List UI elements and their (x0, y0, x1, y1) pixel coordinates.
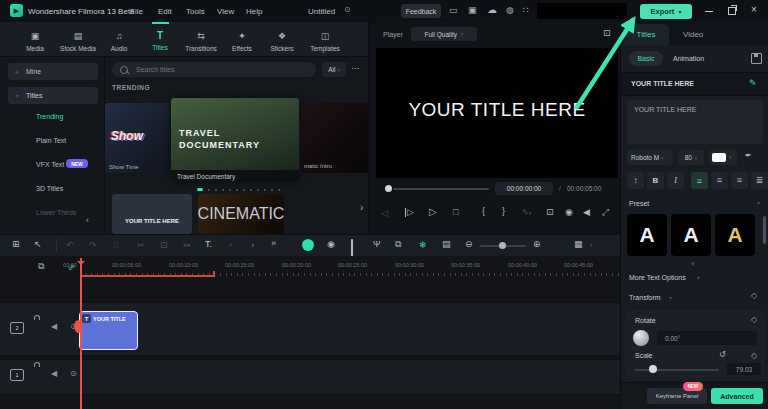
title-thumb-your-title-here[interactable]: YOUR TITLE HERE (112, 194, 192, 234)
scale-keyframe-icon[interactable]: ◇ (751, 351, 757, 360)
pip-icon[interactable]: ⊡ (603, 29, 611, 38)
carousel-dot[interactable] (215, 189, 217, 191)
scale-slider-track[interactable] (635, 369, 719, 371)
preset-scrollbar[interactable] (763, 216, 766, 244)
menu-edit[interactable]: Edit (158, 7, 172, 16)
rename-title-icon[interactable]: ✎ (749, 78, 757, 88)
transform-keyframe-icon[interactable]: ◇ (751, 292, 757, 300)
advanced-button[interactable]: Advanced (711, 388, 763, 404)
add-resource-icon[interactable]: ⊞ (12, 240, 20, 249)
sidebar-item-vfx-text[interactable]: VFX Text (36, 161, 64, 168)
undo-icon[interactable]: ↶ (66, 240, 74, 250)
preset-expand-icon[interactable]: ▾ (691, 260, 695, 268)
subtab-basic[interactable]: Basic (629, 51, 663, 66)
carousel-dot[interactable] (222, 189, 224, 191)
scale-reset-icon[interactable]: ↺ (719, 351, 726, 359)
split-scissors-icon[interactable]: ✂ (137, 240, 145, 250)
subtab-animation[interactable]: Animation (673, 55, 704, 62)
title-clip[interactable]: T YOUR TITLE (79, 311, 138, 350)
account-icon[interactable]: ◍ (506, 6, 514, 15)
quick-edit-button[interactable]: ✎▾ (522, 208, 531, 217)
track-2-mute-icon[interactable]: ◀ (51, 322, 57, 331)
quality-dropdown[interactable]: Full Quality ▾ (411, 27, 477, 41)
collapse-sidebar-button[interactable]: ‹ (86, 215, 89, 225)
preset-chevron-icon[interactable]: ▾ (757, 199, 760, 206)
snapshot-layers-icon[interactable]: ⧉ (395, 240, 401, 249)
snapshot-button[interactable]: ◉ (565, 208, 573, 217)
tab-titles[interactable]: T Titles (141, 25, 179, 51)
playhead-line[interactable] (80, 258, 82, 409)
more-text-options-chevron-icon[interactable]: ▾ (697, 274, 700, 281)
carousel-dot[interactable] (278, 189, 280, 191)
track-1-visibility-icon[interactable]: ⊙ (70, 369, 77, 378)
carousel-dots[interactable] (197, 188, 280, 191)
step-forward-button[interactable]: ▷ (405, 208, 414, 217)
play-button[interactable]: ▷ (429, 207, 437, 217)
track-options-icon[interactable]: ▦ (574, 240, 583, 249)
align-justify-button[interactable]: ≣ (751, 172, 768, 189)
mark-in-button[interactable]: { (482, 207, 485, 216)
voice-to-text-icon[interactable] (302, 239, 314, 251)
search-box[interactable]: Search titles (112, 62, 316, 77)
track-options-chevron-icon[interactable]: ▾ (590, 242, 593, 248)
title-thumb-cinematic[interactable]: CINEMATIC (198, 194, 284, 234)
menu-help[interactable]: Help (246, 7, 262, 16)
current-time-box[interactable]: 00:00:00:00 (495, 182, 553, 195)
close-button[interactable]: × (751, 4, 757, 15)
crop-icon[interactable]: ⊡ (160, 240, 168, 250)
more-text-options[interactable]: More Text Options (629, 274, 686, 281)
restore-button[interactable] (727, 6, 737, 16)
tab-stickers[interactable]: ❖ Stickers (262, 25, 302, 52)
render-preview-icon[interactable]: ▤ (442, 240, 451, 249)
rotate-dial[interactable] (633, 330, 649, 346)
scale-slider-handle[interactable] (649, 365, 657, 373)
carousel-dot[interactable] (264, 189, 266, 191)
tab-stock-media[interactable]: ▤ Stock Media (55, 25, 101, 52)
tab-transitions[interactable]: ⇆ Transitions (178, 25, 224, 52)
zoom-out-icon[interactable]: ⊖ (465, 240, 473, 249)
carousel-item-show-time[interactable]: Show Show Time (105, 103, 169, 173)
preview-viewport[interactable]: YOUR TITLE HERE (376, 48, 618, 178)
title-text-input[interactable]: YOUR TITLE HERE (627, 100, 763, 144)
carousel-dot[interactable] (229, 189, 231, 191)
align-left-button[interactable]: ≡ (691, 172, 708, 189)
volume-button[interactable]: ◀ (583, 208, 590, 217)
feedback-button[interactable]: Feedback (401, 4, 441, 18)
tab-titles-inspector[interactable]: Titles (623, 24, 669, 45)
rotate-input[interactable]: 0.00° (657, 331, 757, 345)
sidebar-item-lower-thirds[interactable]: Lower Thirds (36, 209, 76, 216)
seek-handle[interactable] (385, 185, 392, 192)
stop-button[interactable]: □ (453, 208, 458, 217)
redo-icon[interactable]: ↷ (89, 240, 97, 250)
screen-record-icon[interactable]: ◉ (327, 240, 335, 249)
cloud-upload-icon[interactable]: ☁ (487, 5, 497, 15)
align-center-button[interactable]: ≡ (711, 172, 728, 189)
font-color-dropdown[interactable]: ▾ (709, 150, 737, 165)
menu-file[interactable]: File (130, 7, 143, 16)
menu-tools[interactable]: Tools (186, 7, 205, 16)
sidebar-group-mine[interactable]: ▸ Mine (8, 63, 98, 80)
sidebar-item-3d-titles[interactable]: 3D Titles (36, 185, 63, 192)
more-tools-icon[interactable]: » (271, 239, 276, 248)
carousel-dot[interactable] (250, 189, 252, 191)
sidebar-group-titles[interactable]: ▾ Titles (8, 87, 98, 104)
tab-video-inspector[interactable]: Video (683, 30, 703, 39)
tab-media[interactable]: ▣ Media (15, 25, 55, 52)
color-picker-icon[interactable]: ✒ (745, 152, 752, 160)
rotate-keyframe-icon[interactable]: ◇ (751, 315, 757, 324)
carousel-dot-active[interactable] (197, 188, 203, 191)
export-button[interactable]: Export ▾ (640, 4, 692, 19)
sidebar-item-trending[interactable]: Trending (36, 113, 63, 120)
carousel-dot[interactable] (243, 189, 245, 191)
color-icon[interactable]: ◑ (249, 240, 254, 250)
mirror-display-button[interactable]: ⊡ (546, 208, 554, 217)
seek-track[interactable] (393, 188, 489, 190)
carousel-next-icon[interactable]: › (360, 203, 363, 213)
previous-frame-button[interactable]: ◁ (381, 208, 388, 218)
text-spacing-button[interactable]: ↕ (627, 172, 644, 189)
carousel-dot[interactable] (208, 189, 210, 191)
align-right-button[interactable]: ≡ (731, 172, 748, 189)
preset-tile-3[interactable]: A (715, 214, 755, 256)
apps-grid-icon[interactable]: ∷ (523, 6, 529, 15)
save-icon[interactable]: ▣ (468, 6, 477, 15)
